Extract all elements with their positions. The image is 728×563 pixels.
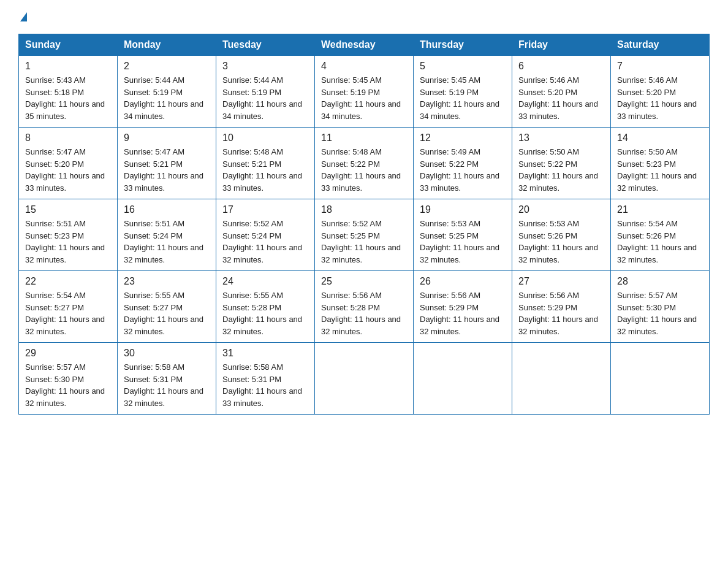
day-info: Sunrise: 5:44 AM Sunset: 5:19 PM Dayligh… <box>124 74 210 122</box>
day-info: Sunrise: 5:46 AM Sunset: 5:20 PM Dayligh… <box>617 74 703 122</box>
calendar-cell: 18 Sunrise: 5:52 AM Sunset: 5:25 PM Dayl… <box>315 199 414 271</box>
daylight-text: Daylight: 11 hours and 32 minutes. <box>420 243 499 264</box>
day-info: Sunrise: 5:58 AM Sunset: 5:31 PM Dayligh… <box>124 361 210 409</box>
sunrise-text: Sunrise: 5:44 AM <box>222 75 283 85</box>
calendar-cell: 4 Sunrise: 5:45 AM Sunset: 5:19 PM Dayli… <box>315 56 414 128</box>
calendar-cell: 27 Sunrise: 5:56 AM Sunset: 5:29 PM Dayl… <box>512 271 611 343</box>
sunset-text: Sunset: 5:20 PM <box>25 159 84 169</box>
weekday-header-thursday: Thursday <box>414 34 512 56</box>
daylight-text: Daylight: 11 hours and 32 minutes. <box>321 243 401 264</box>
calendar-cell: 5 Sunrise: 5:45 AM Sunset: 5:19 PM Dayli… <box>414 56 512 128</box>
day-info: Sunrise: 5:43 AM Sunset: 5:18 PM Dayligh… <box>25 74 111 122</box>
day-number: 6 <box>518 61 604 72</box>
sunset-text: Sunset: 5:23 PM <box>25 231 84 240</box>
sunset-text: Sunset: 5:31 PM <box>124 375 183 384</box>
sunset-text: Sunset: 5:25 PM <box>420 231 479 240</box>
sunrise-text: Sunrise: 5:56 AM <box>321 291 382 300</box>
sunrise-text: Sunrise: 5:55 AM <box>124 291 184 300</box>
calendar-cell <box>414 343 512 415</box>
calendar-cell: 10 Sunrise: 5:48 AM Sunset: 5:21 PM Dayl… <box>216 128 315 199</box>
day-info: Sunrise: 5:45 AM Sunset: 5:19 PM Dayligh… <box>420 74 506 122</box>
day-info: Sunrise: 5:53 AM Sunset: 5:26 PM Dayligh… <box>518 218 604 266</box>
sunset-text: Sunset: 5:25 PM <box>321 231 380 240</box>
sunset-text: Sunset: 5:21 PM <box>124 159 183 169</box>
sunrise-text: Sunrise: 5:48 AM <box>321 147 382 156</box>
calendar-cell: 12 Sunrise: 5:49 AM Sunset: 5:22 PM Dayl… <box>414 128 512 199</box>
day-info: Sunrise: 5:44 AM Sunset: 5:19 PM Dayligh… <box>222 74 308 122</box>
calendar-week-row: 22 Sunrise: 5:54 AM Sunset: 5:27 PM Dayl… <box>19 271 710 343</box>
sunrise-text: Sunrise: 5:49 AM <box>420 147 480 156</box>
sunset-text: Sunset: 5:27 PM <box>25 303 84 312</box>
day-number: 10 <box>222 132 308 144</box>
weekday-header-monday: Monday <box>118 34 216 56</box>
day-number: 13 <box>518 132 604 144</box>
calendar-cell: 26 Sunrise: 5:56 AM Sunset: 5:29 PM Dayl… <box>414 271 512 343</box>
sunset-text: Sunset: 5:22 PM <box>420 159 479 169</box>
sunset-text: Sunset: 5:19 PM <box>420 88 479 97</box>
logo <box>18 12 27 23</box>
sunrise-text: Sunrise: 5:50 AM <box>617 147 678 156</box>
sunrise-text: Sunrise: 5:45 AM <box>321 75 382 85</box>
day-number: 4 <box>321 61 407 72</box>
calendar-cell: 7 Sunrise: 5:46 AM Sunset: 5:20 PM Dayli… <box>611 56 710 128</box>
weekday-header-row: SundayMondayTuesdayWednesdayThursdayFrid… <box>19 34 710 56</box>
sunset-text: Sunset: 5:18 PM <box>25 88 84 97</box>
day-info: Sunrise: 5:51 AM Sunset: 5:23 PM Dayligh… <box>25 218 111 266</box>
calendar-cell: 20 Sunrise: 5:53 AM Sunset: 5:26 PM Dayl… <box>512 199 611 271</box>
page-header <box>18 12 710 23</box>
sunrise-text: Sunrise: 5:52 AM <box>222 219 283 228</box>
calendar-cell: 8 Sunrise: 5:47 AM Sunset: 5:20 PM Dayli… <box>19 128 118 199</box>
sunset-text: Sunset: 5:24 PM <box>222 231 281 240</box>
day-number: 22 <box>25 276 111 287</box>
daylight-text: Daylight: 11 hours and 32 minutes. <box>25 243 105 264</box>
sunrise-text: Sunrise: 5:51 AM <box>25 219 86 228</box>
daylight-text: Daylight: 11 hours and 34 minutes. <box>124 99 203 121</box>
sunrise-text: Sunrise: 5:53 AM <box>518 219 579 228</box>
daylight-text: Daylight: 11 hours and 33 minutes. <box>222 171 302 193</box>
daylight-text: Daylight: 11 hours and 32 minutes. <box>124 315 203 336</box>
day-number: 8 <box>25 132 111 144</box>
sunset-text: Sunset: 5:19 PM <box>321 88 380 97</box>
daylight-text: Daylight: 11 hours and 32 minutes. <box>518 171 598 193</box>
day-info: Sunrise: 5:58 AM Sunset: 5:31 PM Dayligh… <box>222 361 308 409</box>
calendar-cell: 23 Sunrise: 5:55 AM Sunset: 5:27 PM Dayl… <box>118 271 216 343</box>
daylight-text: Daylight: 11 hours and 32 minutes. <box>518 243 598 264</box>
calendar-table: SundayMondayTuesdayWednesdayThursdayFrid… <box>18 34 710 415</box>
sunrise-text: Sunrise: 5:47 AM <box>25 147 86 156</box>
calendar-cell: 6 Sunrise: 5:46 AM Sunset: 5:20 PM Dayli… <box>512 56 611 128</box>
weekday-header-saturday: Saturday <box>611 34 710 56</box>
sunrise-text: Sunrise: 5:55 AM <box>222 291 283 300</box>
day-info: Sunrise: 5:52 AM Sunset: 5:25 PM Dayligh… <box>321 218 407 266</box>
sunset-text: Sunset: 5:24 PM <box>124 231 183 240</box>
sunrise-text: Sunrise: 5:53 AM <box>420 219 480 228</box>
calendar-week-row: 29 Sunrise: 5:57 AM Sunset: 5:30 PM Dayl… <box>19 343 710 415</box>
sunrise-text: Sunrise: 5:43 AM <box>25 75 86 85</box>
day-info: Sunrise: 5:48 AM Sunset: 5:21 PM Dayligh… <box>222 146 308 194</box>
sunrise-text: Sunrise: 5:54 AM <box>25 291 86 300</box>
day-number: 16 <box>124 204 210 215</box>
daylight-text: Daylight: 11 hours and 32 minutes. <box>617 243 697 264</box>
daylight-text: Daylight: 11 hours and 33 minutes. <box>222 386 302 408</box>
calendar-cell: 31 Sunrise: 5:58 AM Sunset: 5:31 PM Dayl… <box>216 343 315 415</box>
day-number: 24 <box>222 276 308 287</box>
calendar-cell: 15 Sunrise: 5:51 AM Sunset: 5:23 PM Dayl… <box>19 199 118 271</box>
weekday-header-tuesday: Tuesday <box>216 34 315 56</box>
day-number: 19 <box>420 204 506 215</box>
daylight-text: Daylight: 11 hours and 33 minutes. <box>25 171 105 193</box>
day-info: Sunrise: 5:56 AM Sunset: 5:29 PM Dayligh… <box>518 289 604 337</box>
day-number: 9 <box>124 132 210 144</box>
sunrise-text: Sunrise: 5:46 AM <box>617 75 678 85</box>
day-number: 28 <box>617 276 703 287</box>
day-number: 29 <box>25 348 111 359</box>
sunset-text: Sunset: 5:20 PM <box>617 88 676 97</box>
weekday-header-friday: Friday <box>512 34 611 56</box>
sunrise-text: Sunrise: 5:45 AM <box>420 75 480 85</box>
day-number: 30 <box>124 348 210 359</box>
calendar-cell: 1 Sunrise: 5:43 AM Sunset: 5:18 PM Dayli… <box>19 56 118 128</box>
sunset-text: Sunset: 5:31 PM <box>222 375 281 384</box>
daylight-text: Daylight: 11 hours and 32 minutes. <box>124 243 203 264</box>
daylight-text: Daylight: 11 hours and 33 minutes. <box>124 171 203 193</box>
sunrise-text: Sunrise: 5:46 AM <box>518 75 579 85</box>
weekday-header-sunday: Sunday <box>19 34 118 56</box>
daylight-text: Daylight: 11 hours and 33 minutes. <box>518 99 598 121</box>
